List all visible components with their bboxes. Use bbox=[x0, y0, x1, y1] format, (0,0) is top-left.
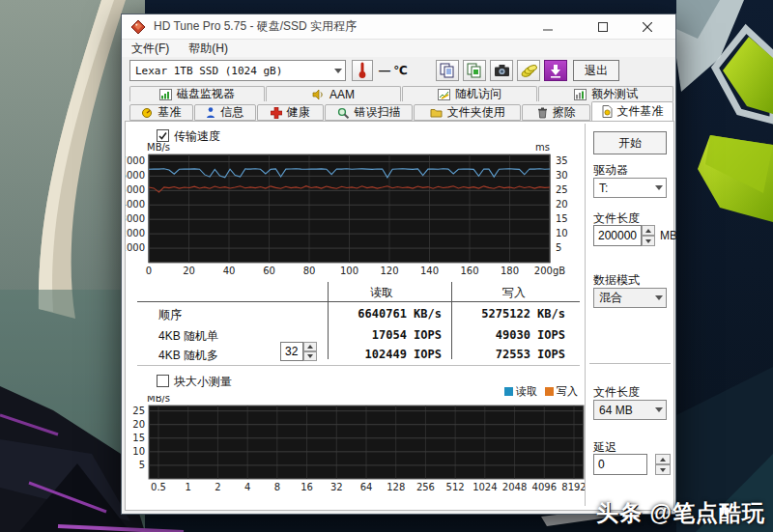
menu-file[interactable]: 文件(F) bbox=[122, 41, 179, 57]
tab-error-scan[interactable]: 错误扫描 bbox=[325, 104, 414, 121]
download-arrow-icon bbox=[548, 63, 563, 78]
chevron-down-icon bbox=[652, 407, 666, 412]
tab-erase[interactable]: 擦除 bbox=[522, 104, 590, 121]
transfer-speed-chart: 020406080100120140160180200gB10002000300… bbox=[126, 143, 580, 284]
tab-file-benchmark[interactable]: 文件基准 bbox=[591, 101, 673, 121]
svg-text:15: 15 bbox=[556, 213, 568, 224]
minimize-button[interactable] bbox=[533, 14, 562, 39]
coins-icon bbox=[521, 64, 537, 78]
app-icon bbox=[130, 19, 146, 35]
svg-text:20: 20 bbox=[132, 419, 145, 430]
stepper-down-icon[interactable] bbox=[655, 464, 671, 475]
svg-text:5: 5 bbox=[139, 460, 145, 470]
trash-icon bbox=[537, 107, 548, 119]
stepper-up-icon[interactable] bbox=[642, 225, 655, 236]
panel-section-divider bbox=[589, 363, 671, 365]
write-legend-swatch bbox=[545, 387, 554, 396]
camera-icon bbox=[494, 64, 510, 77]
checkmark-icon bbox=[157, 130, 168, 141]
download-button[interactable] bbox=[544, 60, 567, 81]
svg-text:0: 0 bbox=[146, 266, 152, 276]
chevron-down-icon bbox=[331, 69, 345, 73]
stepper-up-icon[interactable] bbox=[303, 342, 317, 351]
extra-tests-icon bbox=[574, 89, 587, 100]
tab-label: 擦除 bbox=[553, 104, 576, 121]
exit-button[interactable]: 退出 bbox=[573, 60, 619, 81]
info-icon bbox=[206, 107, 215, 119]
row-label-4k-single: 4KB 随机单 bbox=[158, 328, 218, 345]
data-mode-dropdown[interactable]: 混合 bbox=[593, 288, 667, 308]
drive-label: 驱动器 bbox=[593, 162, 628, 179]
folder-icon bbox=[430, 107, 443, 118]
chevron-down-icon bbox=[652, 295, 666, 300]
stepper-down-icon[interactable] bbox=[303, 351, 317, 361]
tab-folder-usage[interactable]: 文件夹使用 bbox=[414, 104, 521, 121]
tab-health[interactable]: 健康 bbox=[257, 104, 324, 121]
file-length-stepper[interactable] bbox=[642, 225, 655, 246]
copy-text-button[interactable] bbox=[436, 60, 459, 81]
temperature-button[interactable] bbox=[352, 60, 373, 81]
4k-multi-read-value: 102449 IOPS bbox=[340, 348, 442, 361]
panel-divider bbox=[585, 124, 587, 506]
4k-single-read-value: 17054 IOPS bbox=[340, 328, 442, 342]
file-benchmark-page: 传输速度 020406080100120140160180200gB100020… bbox=[125, 121, 674, 511]
close-icon bbox=[643, 22, 652, 32]
svg-text:10: 10 bbox=[132, 446, 145, 457]
svg-text:120: 120 bbox=[380, 266, 398, 276]
screenshot-button[interactable] bbox=[490, 60, 513, 81]
svg-text:200gB: 200gB bbox=[534, 266, 565, 276]
tab-extra-tests[interactable]: 额外测试 bbox=[538, 86, 673, 101]
menu-help[interactable]: 帮助(H) bbox=[179, 41, 238, 57]
file-length2-dropdown[interactable]: 64 MB bbox=[593, 400, 667, 420]
svg-text:180: 180 bbox=[501, 266, 519, 276]
tab-benchmark[interactable]: 基准 bbox=[129, 104, 193, 121]
menu-bar: 文件(F) 帮助(H) bbox=[122, 40, 675, 57]
svg-text:16: 16 bbox=[301, 482, 313, 492]
tab-label: 健康 bbox=[287, 104, 310, 121]
svg-text:20: 20 bbox=[183, 266, 195, 276]
svg-text:MB/s: MB/s bbox=[147, 396, 170, 404]
title-bar[interactable]: HD Tune Pro 5.75 - 硬盘/SSD 实用程序 bbox=[122, 14, 675, 40]
file-length2-value: 64 MB bbox=[594, 404, 652, 417]
tab-label: 文件夹使用 bbox=[447, 104, 505, 121]
tab-label: AAM bbox=[329, 88, 355, 101]
svg-text:80: 80 bbox=[303, 266, 316, 276]
maximize-icon bbox=[598, 22, 608, 32]
tab-info[interactable]: 信息 bbox=[194, 104, 256, 121]
drive-select[interactable]: Lexar 1TB SSD (1024 gB) bbox=[129, 60, 346, 81]
svg-text:100: 100 bbox=[340, 266, 358, 276]
svg-text:5: 5 bbox=[556, 242, 561, 253]
svg-text:32: 32 bbox=[330, 482, 343, 492]
speed-table: 读取 写入 顺序 6640761 KB/s 5275122 KB/s 4KB 随… bbox=[137, 282, 580, 367]
file-length2-label: 文件长度 bbox=[593, 384, 640, 401]
stepper-up-icon[interactable] bbox=[655, 454, 671, 464]
queue-depth-input[interactable] bbox=[280, 342, 303, 361]
save-button[interactable] bbox=[517, 60, 540, 81]
random-access-icon bbox=[438, 89, 450, 100]
svg-text:10: 10 bbox=[556, 228, 568, 238]
tab-random-access[interactable]: 随机访问 bbox=[402, 86, 537, 101]
window-title: HD Tune Pro 5.75 - 硬盘/SSD 实用程序 bbox=[154, 18, 357, 35]
block-size-checkbox[interactable] bbox=[157, 375, 169, 387]
transfer-speed-checkbox[interactable] bbox=[157, 129, 169, 142]
tab-aam[interactable]: AAM bbox=[266, 86, 401, 101]
svg-text:2000: 2000 bbox=[126, 228, 145, 238]
copy-image-button[interactable] bbox=[463, 60, 486, 81]
delay-stepper[interactable] bbox=[655, 454, 671, 475]
desktop: HD Tune Pro 5.75 - 硬盘/SSD 实用程序 文件(F) 帮助(… bbox=[0, 0, 773, 532]
svg-text:256: 256 bbox=[416, 482, 435, 492]
delay-input[interactable] bbox=[593, 454, 647, 475]
svg-text:1000: 1000 bbox=[126, 242, 145, 253]
svg-text:4096: 4096 bbox=[532, 482, 557, 492]
svg-text:2: 2 bbox=[215, 482, 220, 492]
file-length-input[interactable] bbox=[593, 225, 642, 246]
section-divider bbox=[137, 365, 580, 367]
stepper-down-icon[interactable] bbox=[642, 236, 655, 246]
maximize-button[interactable] bbox=[588, 14, 617, 39]
drive-dropdown[interactable]: T: bbox=[593, 178, 667, 198]
tab-label: 信息 bbox=[220, 104, 243, 121]
start-button[interactable]: 开始 bbox=[593, 131, 667, 154]
close-button[interactable] bbox=[633, 14, 662, 39]
tab-disk-monitor[interactable]: 磁盘监视器 bbox=[129, 86, 265, 101]
queue-depth-stepper[interactable] bbox=[303, 342, 317, 361]
